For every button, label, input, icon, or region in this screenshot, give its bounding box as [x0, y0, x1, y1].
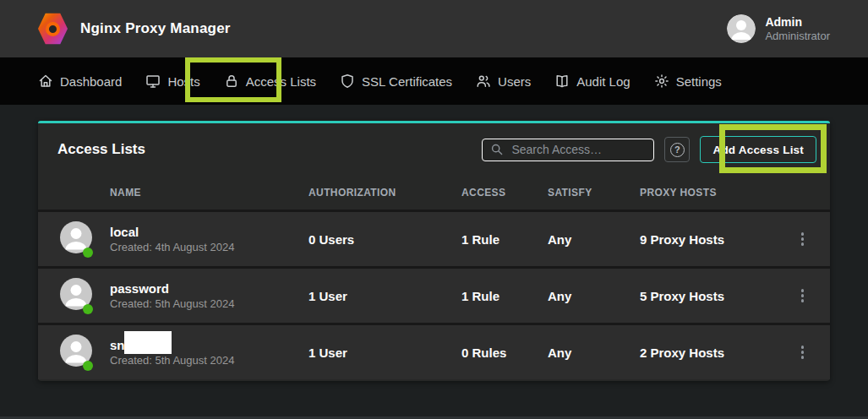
avatar — [60, 221, 92, 257]
nav-item-hosts[interactable]: Hosts — [145, 73, 199, 89]
redaction-box — [124, 331, 172, 354]
avatar — [60, 278, 92, 313]
table-row: local Created: 4th August 2024 0 Users 1… — [38, 210, 830, 266]
nav-label: Audit Log — [576, 74, 630, 89]
user-name: Admin — [765, 15, 830, 30]
column-header-proxy-hosts: PROXY HOSTS — [640, 187, 775, 199]
table-row: password Created: 5th August 2024 1 User… — [38, 266, 830, 323]
table-header: NAME AUTHORIZATION ACCESS SATISFY PROXY … — [38, 176, 830, 210]
users-icon — [476, 73, 491, 89]
created-date: Created: 4th August 2024 — [110, 240, 234, 255]
nav-label: Access Lists — [246, 74, 316, 89]
row-actions-menu-icon[interactable] — [796, 227, 810, 251]
authorization-value: 1 User — [308, 289, 461, 303]
home-icon — [38, 73, 53, 89]
user-role: Administrator — [765, 30, 830, 43]
app-logo-icon — [38, 13, 68, 46]
search-input[interactable] — [511, 143, 646, 156]
shield-icon — [340, 73, 355, 89]
user-menu[interactable]: Admin Administrator — [727, 14, 830, 43]
access-value: 1 Rule — [461, 232, 548, 247]
monitor-icon — [145, 73, 161, 89]
nav-label: Settings — [676, 74, 722, 89]
row-actions-menu-icon[interactable] — [796, 284, 810, 307]
nav-label: SSL Certificates — [362, 74, 452, 89]
satisfy-value: Any — [548, 289, 640, 303]
created-date: Created: 5th August 2024 — [110, 297, 234, 312]
nav-item-dashboard[interactable]: Dashboard — [38, 73, 122, 89]
gear-icon — [654, 73, 669, 89]
lock-icon — [224, 73, 239, 89]
panel-title: Access Lists — [57, 141, 145, 158]
app-header: Nginx Proxy Manager Admin Administrator — [0, 0, 868, 57]
column-header-name: NAME — [38, 187, 308, 199]
nav-label: Users — [498, 74, 531, 89]
online-status-dot — [83, 304, 93, 314]
nav-item-users[interactable]: Users — [476, 73, 531, 89]
proxy-hosts-value: 5 Proxy Hosts — [640, 289, 775, 303]
authorization-value: 0 Users — [308, 232, 461, 247]
access-list-name: password — [110, 280, 234, 297]
access-value: 1 Rule — [461, 289, 548, 303]
column-header-access: ACCESS — [461, 187, 548, 199]
nav-item-audit-log[interactable]: Audit Log — [554, 73, 630, 89]
satisfy-value: Any — [548, 232, 640, 247]
question-icon: ? — [670, 143, 685, 157]
online-status-dot — [83, 248, 93, 258]
nav-item-access-lists[interactable]: Access Lists — [224, 73, 316, 89]
authorization-value: 1 User — [308, 346, 461, 360]
nav-item-settings[interactable]: Settings — [654, 73, 722, 89]
access-list-name: local — [110, 224, 234, 240]
app-title: Nginx Proxy Manager — [80, 20, 231, 37]
access-value: 0 Rules — [461, 346, 548, 360]
satisfy-value: Any — [548, 346, 640, 360]
user-avatar — [727, 14, 756, 43]
access-lists-panel: Access Lists ? Add Access List NAME AUTH… — [38, 121, 830, 381]
proxy-hosts-value: 2 Proxy Hosts — [640, 346, 775, 360]
search-icon — [490, 143, 504, 156]
main-nav: Dashboard Hosts Access Lists SSL Certifi… — [0, 57, 868, 105]
proxy-hosts-value: 9 Proxy Hosts — [640, 232, 775, 247]
table-row: sn Created: 5th August 2024 1 User 0 Rul… — [38, 323, 830, 379]
nav-item-ssl-certificates[interactable]: SSL Certificates — [340, 73, 452, 89]
nav-label: Dashboard — [60, 74, 122, 89]
search-box — [482, 139, 654, 161]
nav-label: Hosts — [167, 74, 199, 89]
avatar — [60, 335, 92, 370]
help-button[interactable]: ? — [664, 137, 690, 162]
column-header-satisfy: SATISFY — [548, 187, 640, 199]
book-icon — [554, 73, 570, 89]
add-access-list-button[interactable]: Add Access List — [700, 136, 816, 163]
person-icon — [727, 14, 756, 43]
column-header-authorization: AUTHORIZATION — [308, 187, 461, 199]
online-status-dot — [83, 361, 93, 371]
created-date: Created: 5th August 2024 — [110, 353, 234, 368]
row-actions-menu-icon[interactable] — [796, 340, 810, 364]
